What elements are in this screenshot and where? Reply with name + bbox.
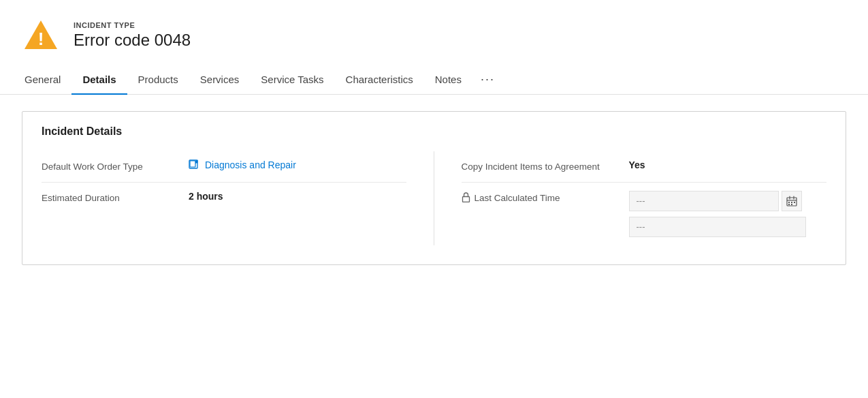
svg-rect-10 bbox=[791, 204, 792, 205]
datetime-input-row-1: --- bbox=[629, 191, 827, 211]
default-work-order-type-value[interactable]: Diagnosis and Repair bbox=[189, 159, 406, 170]
last-calculated-time-label-wrapper: Last Calculated Time bbox=[462, 191, 618, 204]
tab-details[interactable]: Details bbox=[71, 67, 127, 95]
svg-rect-4 bbox=[462, 196, 469, 202]
tab-more-button[interactable]: ··· bbox=[472, 65, 503, 95]
tab-notes[interactable]: Notes bbox=[424, 67, 472, 95]
datetime-date-input[interactable]: --- bbox=[629, 191, 779, 211]
page-title: Error code 0048 bbox=[74, 31, 191, 50]
svg-rect-9 bbox=[788, 204, 790, 205]
svg-rect-6 bbox=[788, 202, 790, 203]
estimated-duration-row: Estimated Duration 2 hours bbox=[42, 183, 406, 213]
field-section-left: Default Work Order Type Diagnosis and Re… bbox=[42, 151, 434, 245]
svg-rect-7 bbox=[791, 202, 792, 203]
svg-rect-8 bbox=[794, 202, 795, 203]
copy-incident-label: Copy Incident Items to Agreement bbox=[462, 159, 618, 174]
svg-text:!: ! bbox=[38, 29, 44, 49]
header: ! INCIDENT TYPE Error code 0048 bbox=[0, 0, 868, 65]
incident-details-card: Incident Details Default Work Order Type bbox=[22, 111, 846, 265]
estimated-duration-label: Estimated Duration bbox=[42, 191, 178, 205]
copy-incident-row: Copy Incident Items to Agreement Yes bbox=[462, 151, 827, 183]
edit-link-icon bbox=[189, 159, 199, 170]
default-work-order-type-label: Default Work Order Type bbox=[42, 159, 178, 174]
tab-products[interactable]: Products bbox=[127, 67, 189, 95]
last-calculated-time-field: --- bbox=[629, 191, 827, 237]
tab-service-tasks[interactable]: Service Tasks bbox=[250, 67, 334, 95]
warning-icon: ! bbox=[22, 16, 60, 55]
fields-grid: Default Work Order Type Diagnosis and Re… bbox=[42, 151, 826, 245]
datetime-time-input[interactable]: --- bbox=[629, 217, 806, 237]
tab-characteristics[interactable]: Characteristics bbox=[335, 67, 424, 95]
card-title: Incident Details bbox=[42, 125, 826, 138]
tab-services[interactable]: Services bbox=[189, 67, 251, 95]
tab-general[interactable]: General bbox=[22, 67, 71, 95]
estimated-duration-value: 2 hours bbox=[189, 191, 406, 202]
main-content: Incident Details Default Work Order Type bbox=[0, 95, 868, 281]
copy-incident-value: Yes bbox=[629, 159, 827, 170]
incident-type-label: INCIDENT TYPE bbox=[74, 21, 191, 29]
lock-icon bbox=[462, 192, 470, 204]
last-calculated-time-row: Last Calculated Time --- bbox=[462, 183, 827, 245]
calendar-button[interactable] bbox=[782, 191, 802, 211]
last-calculated-time-label-text: Last Calculated Time bbox=[475, 193, 560, 203]
default-work-order-type-text: Diagnosis and Repair bbox=[205, 159, 296, 170]
field-section-right: Copy Incident Items to Agreement Yes Las… bbox=[434, 151, 827, 245]
default-work-order-type-row: Default Work Order Type Diagnosis and Re… bbox=[42, 151, 406, 183]
svg-rect-3 bbox=[190, 161, 195, 167]
tab-navigation: General Details Products Services Servic… bbox=[0, 65, 868, 95]
header-text: INCIDENT TYPE Error code 0048 bbox=[74, 21, 191, 50]
